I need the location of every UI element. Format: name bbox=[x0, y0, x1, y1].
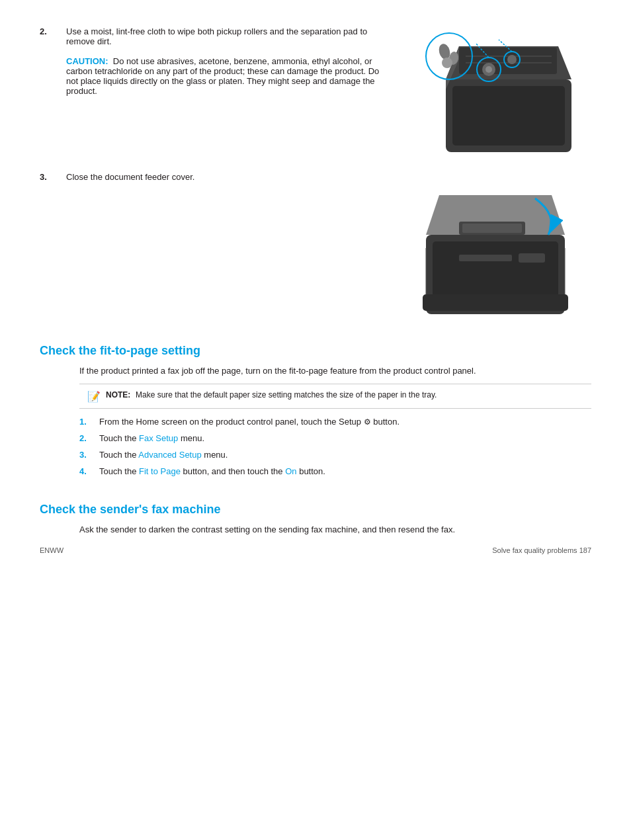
fit-step-3-after: menu. bbox=[204, 450, 228, 460]
step-2-caution: CAUTION: Do not use abrasives, acetone, … bbox=[66, 56, 380, 96]
fit-step-4: 4. Touch the Fit to Page button, and the… bbox=[79, 466, 591, 476]
step-2-content: Use a moist, lint-free cloth to wipe bot… bbox=[66, 26, 380, 96]
sender-fax-heading: Check the sender's fax machine bbox=[40, 503, 591, 517]
svg-rect-1 bbox=[452, 86, 565, 146]
fit-step-2-num: 2. bbox=[79, 433, 99, 443]
fit-step-1-text: From the Home screen on the product cont… bbox=[99, 417, 400, 427]
svg-point-9 bbox=[485, 66, 492, 73]
note-text: Make sure that the default paper size se… bbox=[136, 390, 437, 399]
note-label: NOTE: bbox=[106, 390, 130, 399]
step-2-number: 2. bbox=[40, 26, 66, 96]
fit-step-4-middle: button, and then touch the bbox=[183, 466, 286, 476]
svg-rect-24 bbox=[462, 224, 522, 233]
printer-rollers-image bbox=[400, 26, 585, 159]
note-icon: 📝 bbox=[87, 390, 101, 403]
fit-step-1-after: button. bbox=[373, 417, 400, 427]
caution-text: Do not use abrasives, acetone, benzene, … bbox=[66, 56, 379, 96]
footer-left: ENWW bbox=[40, 546, 63, 554]
step-3-text: Close the document feeder cover. bbox=[66, 172, 380, 182]
caution-label: CAUTION: bbox=[66, 56, 108, 66]
sender-fax-body: Ask the sender to darken the contrast se… bbox=[40, 525, 591, 534]
note-box: 📝 NOTE: Make sure that the default paper… bbox=[79, 384, 591, 409]
page-footer: ENWW Solve fax quality problems 187 bbox=[40, 546, 591, 554]
fit-step-3-before: Touch the bbox=[99, 450, 138, 460]
page: 2. Use a moist, lint-free cloth to wipe … bbox=[0, 0, 631, 574]
note-content: NOTE: Make sure that the default paper s… bbox=[106, 390, 437, 399]
fit-step-4-num: 4. bbox=[79, 466, 99, 476]
svg-rect-20 bbox=[423, 294, 568, 311]
step-3-item: 3. Close the document feeder cover. bbox=[40, 172, 380, 182]
fit-step-1: 1. From the Home screen on the product c… bbox=[79, 417, 591, 427]
fit-step-4-link2: On bbox=[285, 466, 296, 476]
printer-cover-image bbox=[400, 172, 585, 317]
fit-step-2-link: Fax Setup bbox=[139, 433, 178, 443]
fit-step-3: 3. Touch the Advanced Setup menu. bbox=[79, 450, 591, 460]
step-3-content: Close the document feeder cover. bbox=[66, 172, 380, 182]
sender-fax-text: Ask the sender to darken the contrast se… bbox=[79, 525, 591, 534]
step-2-left: 2. Use a moist, lint-free cloth to wipe … bbox=[40, 26, 380, 159]
fit-step-4-before: Touch the bbox=[99, 466, 139, 476]
fit-to-page-section: Check the fit-to-page setting If the pro… bbox=[40, 344, 591, 476]
step-2-image-container bbox=[393, 26, 591, 159]
sender-fax-section: Check the sender's fax machine Ask the s… bbox=[40, 503, 591, 534]
fit-step-2-before: Touch the bbox=[99, 433, 139, 443]
svg-rect-27 bbox=[459, 255, 512, 261]
step-3-left: 3. Close the document feeder cover. bbox=[40, 172, 380, 317]
fit-step-4-after: button. bbox=[299, 466, 325, 476]
fit-to-page-steps: 1. From the Home screen on the product c… bbox=[79, 417, 591, 476]
fit-step-3-link: Advanced Setup bbox=[138, 450, 201, 460]
fit-step-3-num: 3. bbox=[79, 450, 99, 460]
fit-to-page-body: If the product printed a fax job off the… bbox=[40, 366, 591, 476]
step-3-number: 3. bbox=[40, 172, 66, 182]
step-2-item: 2. Use a moist, lint-free cloth to wipe … bbox=[40, 26, 380, 96]
fit-step-3-text: Touch the Advanced Setup menu. bbox=[99, 450, 228, 460]
step-2-container: 2. Use a moist, lint-free cloth to wipe … bbox=[40, 26, 591, 159]
fit-step-4-text: Touch the Fit to Page button, and then t… bbox=[99, 466, 325, 476]
fit-step-4-link1: Fit to Page bbox=[139, 466, 181, 476]
fit-to-page-heading: Check the fit-to-page setting bbox=[40, 344, 591, 358]
fit-step-2: 2. Touch the Fax Setup menu. bbox=[79, 433, 591, 443]
svg-rect-28 bbox=[519, 253, 545, 263]
fit-to-page-intro: If the product printed a fax job off the… bbox=[79, 366, 591, 376]
fit-step-1-num: 1. bbox=[79, 417, 99, 427]
fit-step-2-after: menu. bbox=[181, 433, 204, 443]
footer-right: Solve fax quality problems 187 bbox=[492, 546, 591, 554]
setup-icon: ⚙ bbox=[364, 417, 371, 427]
step-3-image-container bbox=[393, 172, 591, 317]
svg-point-11 bbox=[507, 55, 517, 64]
fit-step-2-text: Touch the Fax Setup menu. bbox=[99, 433, 204, 443]
svg-point-17 bbox=[442, 58, 452, 68]
step-3-container: 3. Close the document feeder cover. bbox=[40, 172, 591, 317]
step-2-text: Use a moist, lint-free cloth to wipe bot… bbox=[66, 26, 380, 46]
fit-step-1-before: From the Home screen on the product cont… bbox=[99, 417, 364, 427]
